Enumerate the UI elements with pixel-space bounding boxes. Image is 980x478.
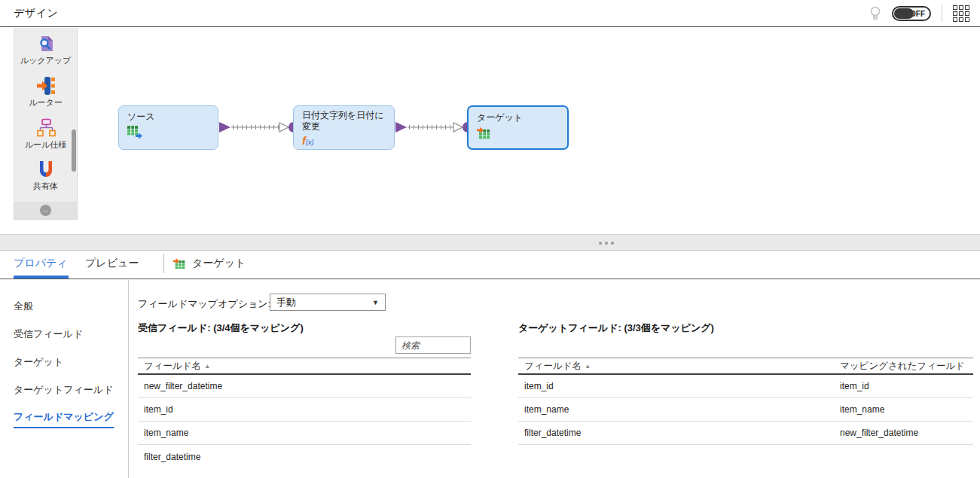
sort-ascending-icon: ▲ — [585, 363, 591, 370]
table-header-row: フィールド名 ▲ マッピングされたフィールド — [518, 358, 973, 375]
field-name-cell: item_id — [518, 381, 840, 391]
splitter-handle-dots — [599, 242, 614, 245]
node-source[interactable]: ソース — [118, 105, 218, 150]
palette-item-union[interactable]: 共有体 — [18, 160, 74, 192]
properties-panel: 全般 受信フィールド ターゲット ターゲットフィールド フィールドマッピング フ… — [0, 280, 980, 478]
incoming-fields-table: フィールド名 ▲ new_filter_datetime item_id ite… — [138, 358, 471, 468]
design-canvas[interactable]: ルックアップ ルーター ルール仕様 — [0, 28, 980, 234]
palette-item-router[interactable]: ルーター — [18, 76, 74, 108]
palette-footer: … — [14, 202, 77, 219]
column-header-field-name[interactable]: フィールド名 ▲ — [518, 360, 840, 373]
incoming-fields-title: 受信フィールド: (3/4個をマッピング) — [138, 321, 304, 335]
sidenav-item-field-mapping[interactable]: フィールドマッピング — [14, 410, 114, 428]
palette-item-rule-spec[interactable]: ルール仕様 — [18, 118, 74, 151]
palette-item-label: ルール仕様 — [25, 140, 67, 151]
sidenav-item-general[interactable]: 全般 — [14, 300, 33, 313]
router-icon — [35, 76, 56, 96]
palette-item-label: 共有体 — [33, 181, 58, 192]
field-map-option-select[interactable]: 手動 ▼ — [270, 294, 386, 311]
table-row[interactable]: item_id item_id — [518, 375, 973, 398]
panel-tabbar: プロパティ プレビュー ターゲット — [0, 251, 980, 279]
header-controls: OFF — [869, 0, 969, 27]
source-icon — [127, 126, 142, 139]
page-title: デザイン — [14, 7, 58, 20]
field-name-cell: filter_datetime — [518, 428, 840, 438]
tab-target-label: ターゲット — [192, 257, 246, 270]
table-row[interactable]: item_id — [138, 398, 471, 422]
palette-item-label: ルーター — [29, 98, 63, 108]
column-header-mapped-field[interactable]: マッピングされたフィールド — [840, 360, 973, 373]
tab-preview[interactable]: プレビュー — [85, 257, 139, 270]
autolayout-toggle[interactable]: OFF — [892, 6, 931, 21]
union-icon — [36, 160, 56, 179]
panel-splitter[interactable] — [0, 234, 980, 251]
palette-scrollbar[interactable] — [72, 129, 76, 172]
mapping-designer-app: デザイン OFF — [0, 0, 980, 478]
node-target[interactable]: ターゲット — [467, 105, 569, 150]
top-header: デザイン OFF — [0, 0, 980, 27]
tab-properties[interactable]: プロパティ — [14, 257, 68, 270]
sidenav-item-target-fields[interactable]: ターゲットフィールド — [14, 383, 113, 397]
table-row[interactable]: item_name item_name — [518, 398, 973, 422]
table-row[interactable]: filter_datetime — [138, 445, 471, 468]
field-name-cell: filter_datetime — [138, 452, 200, 462]
node-label: ソース — [127, 111, 209, 123]
target-icon — [477, 126, 492, 139]
target-fields-table: フィールド名 ▲ マッピングされたフィールド item_id item_id i… — [518, 358, 973, 445]
sidenav-divider — [128, 280, 129, 478]
column-header-field-name[interactable]: フィールド名 ▲ — [138, 360, 210, 373]
sidenav-item-target[interactable]: ターゲット — [14, 355, 63, 369]
field-name-cell: item_id — [138, 404, 173, 415]
node-label: ターゲット — [477, 112, 559, 123]
tab-target[interactable]: ターゲット — [173, 257, 246, 270]
palette-item-label: ルックアップ — [20, 56, 72, 66]
properties-sidenav: 全般 受信フィールド ターゲット ターゲットフィールド フィールドマッピング — [0, 280, 128, 478]
sidenav-item-incoming-fields[interactable]: 受信フィールド — [14, 327, 83, 341]
active-tab-underline — [14, 276, 69, 279]
lightbulb-icon — [869, 6, 881, 21]
field-name-cell: item_name — [138, 428, 188, 438]
header-separator — [942, 5, 942, 22]
chevron-down-icon: ▼ — [372, 299, 379, 306]
target-fields-title: ターゲットフィールド: (3/3個をマッピング) — [518, 321, 714, 335]
node-expression[interactable]: 日付文字列を日付に変更 f(x) — [293, 105, 395, 150]
field-name-cell: item_name — [518, 404, 840, 415]
grid-layout-icon[interactable] — [953, 5, 969, 22]
mapped-field-cell: item_id — [840, 381, 973, 391]
lookup-icon — [36, 34, 56, 53]
tab-separator — [163, 254, 164, 273]
rule-spec-icon — [35, 118, 56, 138]
table-row[interactable]: item_name — [138, 422, 471, 445]
node-label: 日付文字列を日付に変更 — [302, 110, 386, 132]
table-row[interactable]: filter_datetime new_filter_datetime — [518, 422, 973, 445]
target-icon — [173, 257, 187, 269]
toggle-knob — [894, 8, 914, 19]
palette-more-button[interactable]: … — [40, 205, 51, 216]
search-input[interactable] — [395, 336, 471, 354]
field-name-cell: new_filter_datetime — [138, 381, 222, 391]
palette-item-lookup[interactable]: ルックアップ — [18, 34, 74, 66]
sort-ascending-icon: ▲ — [204, 363, 210, 370]
mapped-field-cell: item_name — [840, 404, 973, 415]
expression-fx-icon: f(x) — [302, 134, 386, 148]
field-map-option-label: フィールドマップオプション: — [138, 297, 270, 311]
table-header-row: フィールド名 ▲ — [138, 358, 471, 375]
transformation-palette: ルックアップ ルーター ルール仕様 — [14, 28, 78, 220]
field-map-option-value: 手動 — [276, 296, 296, 309]
mapped-field-cell: new_filter_datetime — [840, 428, 973, 438]
table-row[interactable]: new_filter_datetime — [138, 375, 471, 398]
